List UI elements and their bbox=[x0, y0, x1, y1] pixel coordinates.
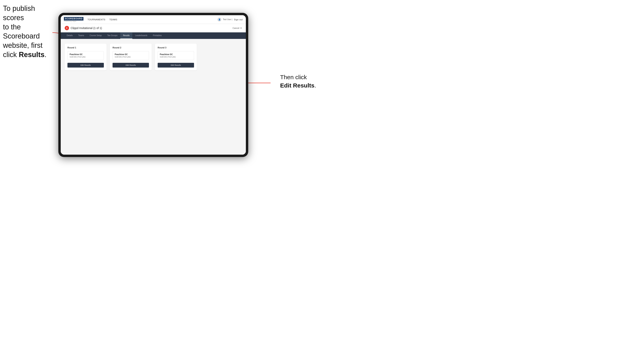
tab-details[interactable]: Details bbox=[64, 32, 76, 39]
instruction-left: To publish scores to the Scoreboard webs… bbox=[3, 4, 50, 59]
round-3-title: Round 3 bbox=[158, 46, 194, 49]
user-name: Test User | bbox=[223, 18, 232, 20]
nav-tournaments[interactable]: TOURNAMENTS bbox=[88, 18, 105, 21]
main-content: Round 1 Peachtree GC Gold (M) (7010 yds)… bbox=[61, 39, 246, 155]
rounds-grid: Round 1 Peachtree GC Gold (M) (7010 yds)… bbox=[65, 44, 242, 70]
tab-tee-groups[interactable]: Tee Groups bbox=[104, 32, 120, 39]
round-1-title: Round 1 bbox=[68, 46, 104, 49]
user-avatar: 👤 bbox=[217, 17, 221, 21]
tablet-device: SCOREBOARD Powered by clippd TOURNAMENTS… bbox=[58, 13, 248, 157]
round-3-edit-results-button[interactable]: Edit Results bbox=[158, 63, 194, 68]
tournament-header: C Clippd Invitational (1 of 1) Cancel ✕ bbox=[61, 24, 246, 32]
round-2-edit-results-button[interactable]: Edit Results bbox=[112, 63, 149, 68]
tab-teams[interactable]: Teams bbox=[76, 32, 87, 39]
round-2-course-card: Peachtree GC Gold (M) (7010 yds) bbox=[112, 51, 149, 60]
tournament-logo: C bbox=[65, 26, 69, 30]
round-3-course-details: Gold (M) (7010 yds) bbox=[160, 56, 192, 58]
round-2-title: Round 2 bbox=[112, 46, 149, 49]
tab-bar: Details Teams Course Setup Tee Groups Re… bbox=[61, 32, 246, 39]
tournament-title-area: C Clippd Invitational (1 of 1) bbox=[65, 26, 102, 30]
tab-results[interactable]: Results bbox=[120, 32, 132, 39]
sign-out-link[interactable]: Sign out bbox=[234, 18, 243, 21]
tab-printables[interactable]: Printables bbox=[150, 32, 164, 39]
nav-links: TOURNAMENTS TEAMS bbox=[88, 18, 217, 21]
round-1-course-card: Peachtree GC Gold (M) (7010 yds) bbox=[68, 51, 104, 60]
powered-by: Powered by clippd bbox=[64, 20, 84, 22]
tournament-title: Clippd Invitational (1 of 1) bbox=[70, 26, 102, 30]
round-2-course-name: Peachtree GC bbox=[115, 53, 147, 55]
round-2-course-details: Gold (M) (7010 yds) bbox=[115, 56, 147, 58]
round-1-card: Round 1 Peachtree GC Gold (M) (7010 yds)… bbox=[65, 44, 106, 70]
tab-course-setup[interactable]: Course Setup bbox=[87, 32, 104, 39]
nav-bar: SCOREBOARD Powered by clippd TOURNAMENTS… bbox=[61, 15, 246, 24]
round-3-card: Round 3 Peachtree GC Gold (M) (7010 yds)… bbox=[155, 44, 197, 70]
round-2-card: Round 2 Peachtree GC Gold (M) (7010 yds)… bbox=[110, 44, 152, 70]
logo-area: SCOREBOARD Powered by clippd bbox=[64, 17, 84, 22]
tablet-screen: SCOREBOARD Powered by clippd TOURNAMENTS… bbox=[61, 15, 246, 155]
round-1-course-name: Peachtree GC bbox=[70, 53, 102, 55]
tab-leaderboards[interactable]: Leaderboards bbox=[132, 32, 150, 39]
nav-right: 👤 Test User | Sign out bbox=[217, 17, 243, 21]
scoreboard-logo: SCOREBOARD bbox=[64, 17, 84, 20]
nav-teams[interactable]: TEAMS bbox=[110, 18, 117, 21]
round-1-edit-results-button[interactable]: Edit Results bbox=[68, 63, 104, 68]
round-3-course-name: Peachtree GC bbox=[160, 53, 192, 55]
round-3-course-card: Peachtree GC Gold (M) (7010 yds) bbox=[158, 51, 194, 60]
round-4-placeholder bbox=[200, 44, 242, 70]
cancel-button[interactable]: Cancel ✕ bbox=[232, 27, 242, 29]
instruction-right: Then click Edit Results. bbox=[280, 73, 316, 90]
round-1-course-details: Gold (M) (7010 yds) bbox=[70, 56, 102, 58]
